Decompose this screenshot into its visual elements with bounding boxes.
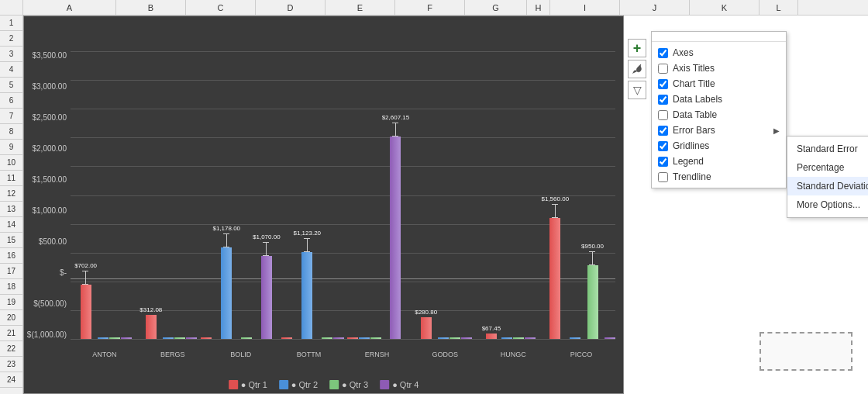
bar-bergs-1[interactable]	[163, 337, 174, 339]
row-16: 16	[0, 248, 22, 264]
chart-element-item-axis-titles[interactable]: Axis Titles	[652, 60, 786, 76]
error-bar-option-more-options---[interactable]: More Options...	[787, 195, 868, 214]
bar-visual	[109, 337, 120, 339]
row-7: 7	[0, 109, 22, 124]
chart-element-item-error-bars[interactable]: Error Bars▶	[652, 123, 786, 138]
bar-bottm-1[interactable]: $1,123.20	[293, 230, 321, 339]
bar-bergs-0[interactable]: $312.08	[140, 306, 162, 339]
chart-filters-button[interactable]: ▽	[628, 81, 646, 99]
bar-bolid-0[interactable]	[201, 337, 212, 339]
y-label-1500: $1,500.00	[33, 175, 67, 184]
bar-godos-0[interactable]: $280.80	[415, 309, 437, 339]
bar-anton-1[interactable]	[98, 337, 108, 339]
row-23: 23	[0, 357, 22, 372]
bar-group-godos: $280.80	[411, 51, 476, 339]
col-header-l: L	[760, 0, 798, 15]
chart-element-label: Legend	[673, 156, 704, 167]
bar-visual	[525, 337, 536, 339]
chart-element-checkbox-legend[interactable]	[658, 157, 668, 167]
bar-anton-3[interactable]	[121, 337, 132, 339]
y-label-500: $500.00	[39, 237, 67, 246]
chart-element-item-data-table[interactable]: Data Table	[652, 107, 786, 123]
x-label-bolid: BOLID	[207, 351, 275, 358]
chart-element-item-gridlines[interactable]: Gridlines	[652, 138, 786, 154]
bar-bolid-2[interactable]	[241, 337, 252, 339]
bar-ernsh-0[interactable]	[347, 337, 358, 339]
bar-visual	[570, 337, 580, 339]
row-6: 6	[0, 93, 22, 109]
chart-elements-list: AxesAxis TitlesChart TitleData LabelsDat…	[652, 42, 786, 188]
bar-bottm-2[interactable]	[322, 337, 332, 339]
bar-visual	[421, 317, 432, 339]
chart-element-item-legend[interactable]: Legend	[652, 154, 786, 169]
bar-visual	[359, 337, 370, 339]
chart-styles-button[interactable]	[628, 60, 646, 78]
chart-element-label: Data Labels	[673, 94, 722, 105]
bar-visual	[513, 337, 524, 339]
bar-picco-2[interactable]: $950.00	[581, 243, 604, 339]
bar-hungc-0[interactable]: $67.45	[482, 325, 501, 339]
bar-bottm-0[interactable]	[281, 337, 292, 339]
bar-group-ernsh: $2,607.15	[346, 51, 411, 339]
paintbrush-icon	[631, 63, 643, 75]
bars-area: $702.00$312.08$1,178.00$1,070.00$1,123.2…	[71, 51, 615, 339]
row-17: 17	[0, 264, 22, 279]
add-chart-element-button[interactable]: +	[628, 39, 646, 57]
legend-label: ● Qtr 2	[291, 380, 318, 389]
bar-picco-0[interactable]: $1,560.00	[542, 195, 570, 339]
y-label-2000: $2,000.00	[33, 144, 67, 153]
chart-element-checkbox-gridlines[interactable]	[658, 141, 668, 151]
bar-bolid-1[interactable]: $1,178.00	[212, 225, 240, 339]
bar-ernsh-1[interactable]	[359, 337, 370, 339]
chart-element-checkbox-axes[interactable]	[658, 48, 668, 58]
col-header-g: G	[465, 0, 527, 15]
bar-picco-1[interactable]	[570, 337, 580, 339]
bar-label: $312.08	[140, 306, 162, 313]
bar-hungc-3[interactable]	[525, 337, 536, 339]
chart-element-checkbox-error-bars[interactable]	[658, 126, 668, 136]
bar-anton-2[interactable]	[109, 337, 120, 339]
chart-element-checkbox-trendline[interactable]	[658, 172, 668, 182]
bar-bergs-3[interactable]	[186, 337, 197, 339]
error-bar	[226, 233, 227, 247]
row-13: 13	[0, 202, 22, 217]
bar-anton-0[interactable]: $702.00	[74, 262, 97, 339]
bar-visual	[98, 337, 108, 339]
bar-visual	[333, 337, 344, 339]
bar-ernsh-2[interactable]	[370, 337, 381, 339]
x-label-picco: PICCO	[547, 351, 615, 358]
chart-title[interactable]	[24, 16, 623, 28]
chart-element-item-chart-title[interactable]: Chart Title	[652, 76, 786, 92]
bar-picco-3[interactable]	[604, 337, 615, 339]
bar-godos-1[interactable]	[438, 337, 449, 339]
chart-element-label: Gridlines	[673, 140, 709, 151]
chart-element-item-data-labels[interactable]: Data Labels	[652, 92, 786, 107]
chart-element-checkbox-data-table[interactable]	[658, 110, 668, 120]
bar-godos-2[interactable]	[450, 337, 460, 339]
error-bar	[266, 242, 267, 256]
error-bar-option-standard-deviation[interactable]: Standard Deviation	[787, 177, 868, 195]
bar-hungc-1[interactable]	[501, 337, 512, 339]
bar-bergs-2[interactable]	[174, 337, 185, 339]
bar-ernsh-3[interactable]: $2,607.15	[382, 114, 410, 339]
chart-element-checkbox-chart-title[interactable]	[658, 79, 668, 89]
col-header-i: I	[550, 0, 620, 15]
error-bar-option-standard-error[interactable]: Standard Error	[787, 140, 868, 158]
chart-element-item-axes[interactable]: Axes	[652, 45, 786, 60]
legend-item-qtr-1: ● Qtr 1	[229, 380, 267, 389]
bar-bolid-3[interactable]: $1,070.00	[253, 233, 281, 339]
x-labels: ANTONBERGSBOLIDBOTTMERNSHGODOSHUNGCPICCO	[71, 351, 615, 358]
chart-element-checkbox-axis-titles[interactable]	[658, 64, 668, 74]
x-label-anton: ANTON	[71, 351, 139, 358]
chart-element-item-trendline[interactable]: Trendline	[652, 169, 786, 185]
bar-visual	[186, 337, 197, 339]
row-12: 12	[0, 186, 22, 202]
chart-element-checkbox-data-labels[interactable]	[658, 95, 668, 105]
bar-group-bolid: $1,178.00$1,070.00	[201, 51, 280, 339]
bar-godos-3[interactable]	[461, 337, 472, 339]
row-18: 18	[0, 279, 22, 295]
chart-elements-header	[652, 32, 786, 42]
error-bar-option-percentage[interactable]: Percentage	[787, 158, 868, 177]
bar-bottm-3[interactable]	[333, 337, 344, 339]
bar-hungc-2[interactable]	[513, 337, 524, 339]
